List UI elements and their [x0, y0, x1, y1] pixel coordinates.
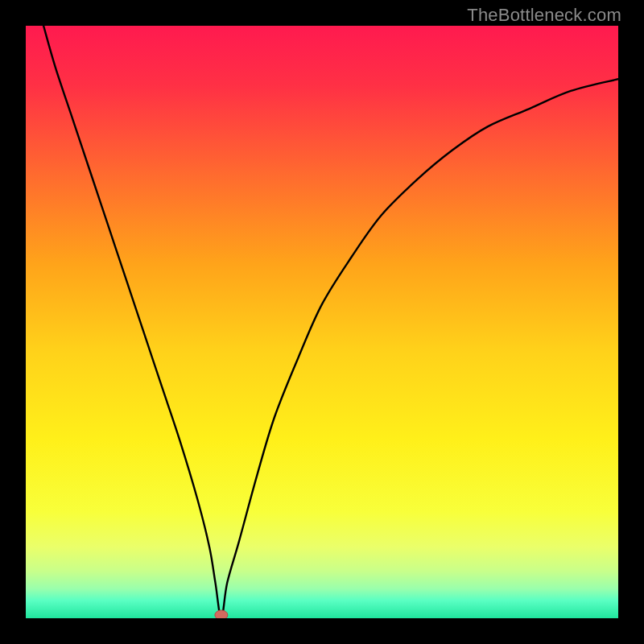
chart-frame: TheBottleneck.com — [0, 0, 644, 644]
gradient-background — [26, 26, 618, 618]
minimum-marker — [215, 610, 228, 618]
plot-area — [26, 26, 618, 618]
watermark-text: TheBottleneck.com — [467, 5, 621, 26]
bottleneck-chart — [26, 26, 618, 618]
